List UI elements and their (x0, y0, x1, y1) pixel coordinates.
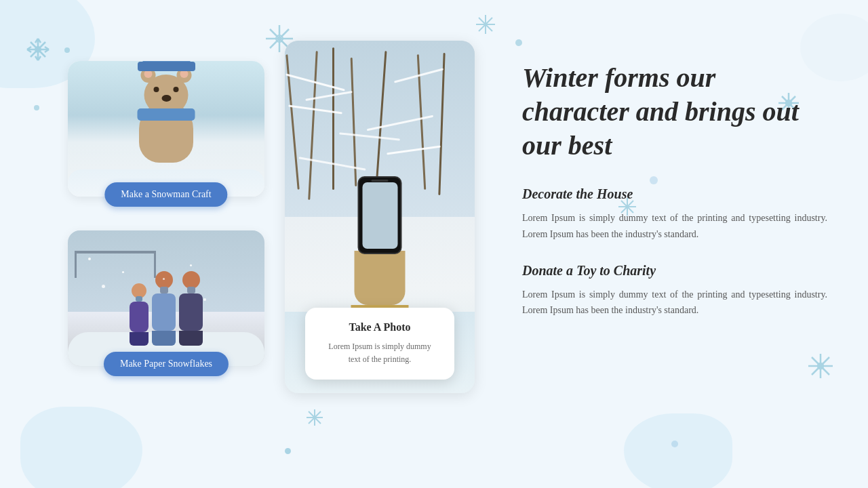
main-title: Winter forms our character and brings ou… (522, 61, 827, 163)
teddy-image (68, 61, 264, 197)
popup-title: Take A Photo (321, 321, 438, 333)
snowman-craft-card-wrapper: Make a Snowman Craft (68, 61, 264, 197)
section1-text: Lorem Ipsum is simply dummy text of the … (522, 210, 827, 243)
paper-snowflakes-card-wrapper: Make Paper Snowflakes (68, 230, 264, 366)
section-donate: Donate a Toy to Charity Lorem Ipsum is s… (522, 263, 827, 319)
teddy-bear (139, 102, 193, 163)
section2-text: Lorem Ipsum is simply dummy text of the … (522, 287, 827, 319)
popup-text: Lorem Ipsum is simply dummy text of the … (321, 340, 438, 366)
paper-snowflakes-button[interactable]: Make Paper Snowflakes (104, 352, 229, 376)
paper-snowflakes-card (68, 230, 264, 366)
main-container: Make a Snowman Craft (0, 0, 868, 488)
take-photo-popup: Take A Photo Lorem Ipsum is simply dummy… (305, 308, 454, 380)
photo-tall-card: Take A Photo Lorem Ipsum is simply dummy… (285, 41, 475, 393)
right-column: Winter forms our character and brings ou… (495, 54, 827, 339)
family-image (68, 230, 264, 366)
snowman-craft-card (68, 61, 264, 197)
section-decorate: Decorate the House Lorem Ipsum is simply… (522, 186, 827, 243)
section1-title: Decorate the House (522, 186, 827, 202)
snowman-craft-button[interactable]: Make a Snowman Craft (104, 182, 227, 207)
left-column: Make a Snowman Craft (68, 61, 264, 380)
section2-title: Donate a Toy to Charity (522, 263, 827, 279)
middle-column: Take A Photo Lorem Ipsum is simply dummy… (285, 41, 475, 393)
